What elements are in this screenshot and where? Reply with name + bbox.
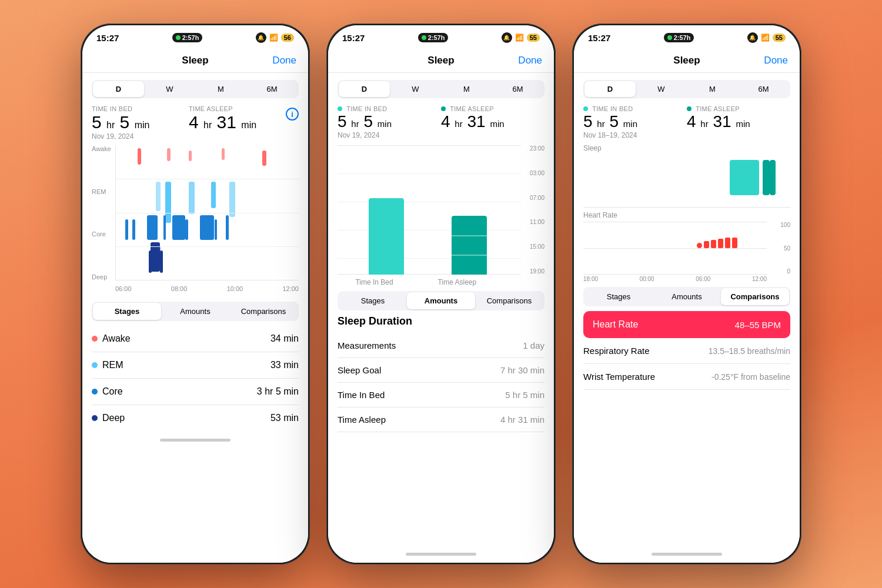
tab-amounts-2[interactable]: Amounts (407, 292, 475, 309)
value-deep: 53 min (270, 413, 299, 423)
hr-dot-4 (718, 239, 723, 248)
mic-icon-3: 🔔 (747, 32, 758, 43)
status-time-2: 15:27 (342, 33, 365, 43)
core-bar-3 (147, 215, 158, 240)
app-header-1: Sleep Done (82, 46, 308, 73)
grid-line-1 (116, 179, 299, 179)
tab-6m-2[interactable]: 6M (492, 81, 543, 97)
tab-stages-1[interactable]: Stages (93, 303, 161, 320)
tab-amounts-3[interactable]: Amounts (653, 288, 721, 305)
status-time-3: 15:27 (588, 33, 610, 43)
list-item-core: Core 3 hr 5 min (92, 379, 299, 405)
awake-bar-4 (222, 148, 225, 160)
tab-m-1[interactable]: M (195, 81, 246, 97)
grid-line-3 (116, 246, 299, 247)
hr-chart: 100 50 0 (583, 222, 790, 275)
rem-bar-1 (156, 182, 161, 211)
stats-row-3: TIME IN BED 5 hr 5 min Nov 18–19, 2024 T… (574, 105, 800, 139)
tab-comparisons-1[interactable]: Comparisons (229, 303, 298, 320)
bottom-tabs-2: Stages Amounts Comparisons (338, 291, 544, 310)
sleep-hr-charts: Sleep Heart Rate 100 5 (583, 144, 790, 282)
time-in-bed-block-2: TIME IN BED 5 hr 5 min Nov 19, 2024 (338, 105, 441, 139)
label-bar-tib: Time In Bed (348, 278, 401, 286)
hr-y-labels: 100 50 0 (769, 222, 790, 275)
time-in-bed-block: TIME IN BED 5 hr 5 min Nov 19, 2024 (92, 105, 189, 141)
hr-dots (697, 238, 737, 248)
sleep-goal-label: Sleep Goal (338, 365, 381, 375)
tab-comparisons-3[interactable]: Comparisons (721, 288, 789, 305)
status-bar-1: 15:27 2:57h 🔔 📶 56 (82, 25, 308, 46)
hr-dot-5 (725, 238, 730, 248)
tab-stages-3[interactable]: Stages (584, 288, 653, 305)
stats-row-2: TIME IN BED 5 hr 5 min Nov 19, 2024 TIME… (328, 105, 554, 139)
time-asleep-block-2: TIME ASLEEP 4 hr 31 min (441, 105, 544, 139)
tab-w-1[interactable]: W (144, 81, 195, 97)
ta-label-3: TIME ASLEEP (687, 105, 790, 112)
time-in-bed-value: 5 hr 5 min (92, 113, 189, 131)
tib-label-table: Time In Bed (338, 390, 385, 400)
status-time-1: 15:27 (96, 33, 119, 43)
core-bar-1 (125, 219, 128, 240)
tab-6m-1[interactable]: 6M (246, 81, 298, 97)
core-bar-8 (215, 219, 217, 240)
tab-6m-3[interactable]: 6M (738, 81, 789, 97)
sleep-section-label: Sleep (583, 144, 790, 152)
grid-4 (338, 258, 521, 259)
grid-3 (338, 230, 521, 230)
awake-bar-1 (138, 148, 141, 165)
done-button-3[interactable]: Done (764, 55, 788, 66)
tab-m-2[interactable]: M (441, 81, 492, 97)
value-awake: 34 min (270, 333, 299, 344)
awake-bar-3 (189, 151, 192, 161)
tab-stages-2[interactable]: Stages (339, 292, 407, 309)
bar-stripe-2 (452, 255, 487, 256)
data-row-sleep-goal: Sleep Goal 7 hr 30 min (338, 358, 544, 383)
status-right-2: 🔔 📶 55 (502, 32, 540, 43)
list-item-awake: Awake 34 min (92, 326, 299, 352)
rem-bar-5 (229, 182, 235, 217)
tab-w-2[interactable]: W (390, 81, 441, 97)
mic-icon-1: 🔔 (256, 32, 266, 43)
tab-amounts-1[interactable]: Amounts (161, 303, 229, 320)
stat-date-2: Nov 19, 2024 (338, 131, 441, 139)
status-right-3: 🔔 📶 55 (747, 32, 786, 43)
hr-grid-2 (583, 248, 767, 249)
tab-w-3[interactable]: W (636, 81, 687, 97)
status-timer-2: 2:57h (418, 33, 449, 42)
core-bar-6 (185, 219, 188, 240)
data-row-tib: Time In Bed 5 hr 5 min (338, 383, 544, 407)
battery-1: 56 (281, 34, 294, 42)
tab-comparisons-2[interactable]: Comparisons (475, 292, 543, 309)
done-button-1[interactable]: Done (272, 55, 296, 66)
status-timer-1: 2:57h (172, 33, 203, 42)
bar-tib (369, 198, 404, 275)
x-label-4: 12:00 (282, 285, 299, 292)
ta-label-2: TIME ASLEEP (441, 105, 544, 112)
tib-value-2: 5 hr 5 min (338, 113, 441, 130)
bottom-tabs-3: Stages Amounts Comparisons (583, 287, 790, 306)
hr-dot-1 (697, 243, 702, 248)
tab-d-2[interactable]: D (339, 81, 390, 97)
dot-core (92, 389, 98, 395)
dot-rem (92, 362, 98, 368)
core-bar-4 (163, 215, 166, 240)
status-timer-3: 2:57h (664, 33, 694, 42)
stage-list-1: Awake 34 min REM 33 min Core (82, 326, 308, 431)
ta-value-table: 4 hr 31 min (500, 415, 544, 425)
home-bar-2 (406, 553, 476, 556)
tib-label-3: TIME IN BED (583, 105, 687, 112)
status-bar-2: 15:27 2:57h 🔔 📶 55 (328, 25, 554, 46)
ta-value-2: 4 hr 31 min (441, 113, 544, 130)
mic-icon-2: 🔔 (502, 32, 512, 43)
tab-m-3[interactable]: M (687, 81, 738, 97)
ta-value-3: 4 hr 31 min (687, 113, 790, 130)
heart-rate-highlight: Heart Rate 48–55 BPM (583, 311, 790, 338)
dot-deep (92, 415, 98, 421)
tab-d-1[interactable]: D (93, 81, 144, 97)
info-icon-1[interactable]: i (286, 108, 299, 121)
tab-d-3[interactable]: D (584, 81, 636, 97)
hr-dot-3 (711, 240, 716, 248)
sleep-bar-3-2 (763, 160, 770, 195)
done-button-2[interactable]: Done (518, 55, 542, 66)
respiratory-rate-row: Respiratory Rate 13.5–18.5 breaths/min (583, 338, 790, 364)
